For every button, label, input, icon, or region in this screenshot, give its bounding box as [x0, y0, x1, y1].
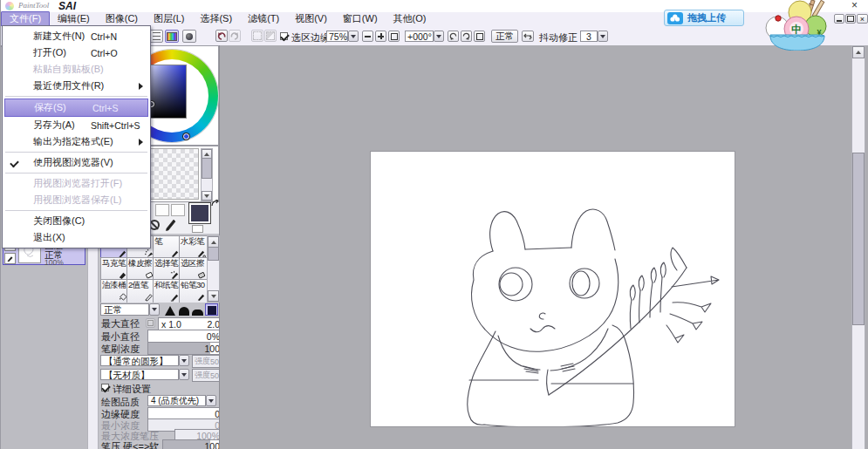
scratchpad-scroll-thumb[interactable] [202, 158, 212, 179]
tool-pen[interactable]: 笔 [153, 235, 181, 260]
menu-separator [5, 96, 147, 97]
selection-edge-checkbox[interactable] [280, 32, 288, 40]
menu-item-save-as[interactable]: 另存为(A) Shift+Ctrl+S [3, 117, 149, 133]
shape-strength-slider[interactable]: 强度 50 [192, 355, 219, 368]
tool-watercolor[interactable]: 水彩笔 [179, 235, 208, 260]
menu-item-paste-from-clipboard[interactable]: 粘贴自剪贴板(B) [3, 61, 149, 78]
swatch-slot-1[interactable] [155, 204, 169, 216]
menu-item-exit[interactable]: 退出(X) [3, 229, 149, 246]
layer-paint-indicator[interactable] [4, 253, 16, 264]
menu-item-export-format[interactable]: 输出为指定格式(E) [3, 133, 149, 150]
undo-button[interactable] [215, 30, 228, 42]
outer-close-button[interactable]: × [848, 0, 861, 11]
menu-select[interactable]: 选择(S) [192, 12, 240, 26]
menu-item-use-view-browser[interactable]: 使用视图浏览器(V) [3, 154, 149, 171]
brush-edge-square[interactable] [205, 303, 218, 316]
max-diameter-slider[interactable]: x 1.0 2.0 [158, 317, 219, 330]
zoom-value-box[interactable]: 75% [326, 31, 348, 42]
tool-binary-pen[interactable]: 2值笔 [126, 279, 155, 303]
tool-select-pen[interactable]: 选择笔 [153, 257, 181, 282]
tool-select-eraser[interactable]: 选区擦 [179, 257, 208, 282]
menu-layer[interactable]: 图层(L) [146, 12, 192, 26]
zoom-reset-button[interactable] [388, 31, 400, 42]
brush-shape-dropdown-button[interactable] [179, 355, 189, 366]
tool-paper-pen[interactable]: 和纸笔 [153, 279, 181, 303]
quality-box[interactable]: 4 (品质优先) [147, 395, 206, 406]
restore-button[interactable] [845, 14, 856, 24]
pen-tool-icon[interactable] [164, 217, 178, 231]
brush-edge-soft[interactable] [163, 303, 176, 316]
arrow-up-icon [211, 241, 216, 244]
zoom-out-button[interactable] [362, 31, 373, 42]
detail-settings-checkbox[interactable] [101, 384, 109, 391]
tone-panel-toggle-button[interactable] [182, 30, 196, 43]
menu-filter[interactable]: 滤镜(T) [240, 12, 287, 26]
background-color-swatch[interactable] [192, 225, 203, 233]
max-diameter-mult: x 1.0 [161, 319, 181, 330]
brush-texture-box[interactable]: 【无材质】 [100, 369, 179, 380]
close-button[interactable]: × [857, 14, 868, 24]
angle-value-box[interactable]: +000° [405, 31, 434, 42]
drag-upload-button[interactable]: 拖拽上传 [664, 10, 744, 26]
canvas[interactable] [371, 152, 735, 426]
rotate-cw-button[interactable] [461, 31, 472, 42]
scratchpad-canvas[interactable] [149, 148, 199, 200]
menu-window[interactable]: 窗口(W) [335, 12, 386, 26]
blend-mode-dropdown-button[interactable] [149, 303, 160, 316]
tool-marker[interactable]: 马克笔 [100, 257, 129, 282]
brush-edge-round[interactable] [177, 303, 190, 316]
menu-item-save-with-view-browser[interactable]: 用视图浏览器保存(L) [3, 192, 149, 208]
quality-dropdown-button[interactable] [206, 395, 216, 406]
angle-dropdown-button[interactable] [434, 31, 444, 42]
zoom-dropdown-button[interactable] [348, 31, 359, 42]
reset-square-icon [391, 33, 398, 40]
texture-strength-slider[interactable]: 强度 50 [192, 369, 219, 382]
min-diameter-slider[interactable]: 0% [147, 330, 219, 343]
rotate-ccw-button[interactable] [448, 31, 459, 42]
pen-pressure-slider[interactable]: 100 [162, 439, 219, 449]
menu-image[interactable]: 图像(C) [98, 12, 146, 26]
menu-item-save[interactable]: 保存(S) Ctrl+S [4, 99, 148, 117]
tool-grid-scroll-thumb[interactable] [208, 247, 219, 261]
tool-pencil30[interactable]: 铅笔30 [179, 279, 208, 303]
menu-item-open[interactable]: 打开(O) Ctrl+O [3, 44, 149, 61]
zoom-in-button[interactable] [375, 31, 386, 42]
tool-bucket[interactable]: 油漆桶 [100, 279, 129, 303]
foreground-color-swatch[interactable] [188, 202, 211, 224]
menu-others[interactable]: 其他(O) [386, 12, 434, 26]
brush-blend-mode-box[interactable]: 正常 [100, 303, 149, 316]
menu-item-close-image[interactable]: 关闭图像(C) [3, 213, 149, 229]
scroll-down-button[interactable] [208, 290, 219, 302]
paint-tool-sai-window: PaintTool SAI × 文件(F) 编辑(E) 图像(C) 图层(L) … [0, 0, 868, 449]
view-normal-button[interactable]: 正常 [491, 30, 518, 43]
panel-lines-button[interactable] [149, 30, 163, 43]
invert-selection-button[interactable] [264, 30, 277, 42]
swatch-slot-2[interactable] [171, 204, 185, 216]
brush-shape-box[interactable]: 【通常的圆形】 [100, 355, 179, 366]
jitter-dropdown-button[interactable] [598, 31, 608, 42]
menu-view[interactable]: 视图(V) [287, 12, 335, 26]
jitter-value-box[interactable]: 3 [580, 31, 598, 42]
brush-texture-dropdown-button[interactable] [179, 369, 189, 380]
density-slider[interactable]: 100 [147, 342, 219, 355]
minimize-button[interactable] [834, 14, 844, 24]
redo-button[interactable] [229, 30, 241, 42]
color-panel-toggle-button[interactable] [165, 30, 179, 43]
menu-item-open-with-view-browser[interactable]: 用视图浏览器打开(F) [3, 175, 149, 192]
menu-item-new-file[interactable]: 新建文件(N) Ctrl+N [3, 28, 149, 44]
brush-edge-flat[interactable] [191, 303, 204, 316]
diameter-unit-button[interactable] [146, 318, 155, 328]
layer-scrollbar[interactable] [87, 238, 99, 449]
hue-marker[interactable] [183, 133, 189, 139]
edge-soft-icon [165, 306, 175, 316]
flip-view-button[interactable] [522, 31, 534, 42]
canvas-vscroll-thumb[interactable] [852, 153, 865, 325]
checkmark-icon [10, 159, 19, 168]
rotate-reset-button[interactable] [474, 31, 485, 42]
deselect-button[interactable] [251, 30, 263, 42]
menu-edit[interactable]: 编辑(E) [50, 12, 98, 26]
tool-eraser[interactable]: 橡皮擦 [126, 257, 155, 282]
menu-item-recent-files[interactable]: 最近使用文件(R) [3, 78, 149, 94]
scroll-up-button[interactable] [852, 46, 865, 58]
swap-colors-icon[interactable] [211, 200, 220, 208]
